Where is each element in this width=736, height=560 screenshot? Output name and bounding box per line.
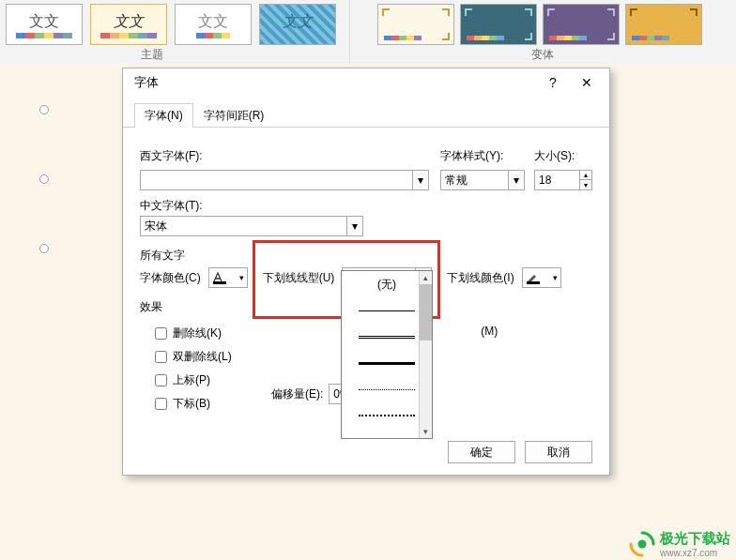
variant-thumb-1[interactable] xyxy=(377,4,454,45)
chevron-down-icon[interactable]: ▾ xyxy=(412,170,429,190)
underline-type-label: 下划线线型(U) xyxy=(263,270,335,286)
svg-point-0 xyxy=(638,540,647,549)
theme-thumbnails: 文文 文文 文文 文文 主题 xyxy=(0,0,349,64)
double-strikethrough-checkbox[interactable]: 双删除线(L) xyxy=(151,348,271,366)
dialog-body: 西文字体(F): 字体样式(Y): 大小(S): ▾ 常规 ▾ 18 ▴ xyxy=(123,128,609,475)
logo-icon xyxy=(628,530,656,558)
variant-thumb-4[interactable] xyxy=(625,4,702,45)
dialog-tabs: 字体(N) 字符间距(R) xyxy=(123,97,609,128)
scroll-down-icon[interactable]: ▾ xyxy=(420,425,432,438)
font-style-label: 字体样式(Y): xyxy=(440,148,525,164)
chevron-down-icon[interactable]: ▾ xyxy=(346,216,363,236)
scroll-thumb[interactable] xyxy=(420,284,432,341)
watermark: 极光下载站 www.xz7.com xyxy=(628,530,730,558)
font-style-value[interactable]: 常规 xyxy=(440,170,508,190)
underline-color-button[interactable]: ▾ xyxy=(522,267,561,288)
variant-thumb-3[interactable] xyxy=(543,4,620,45)
dropdown-scrollbar[interactable]: ▴ ▾ xyxy=(419,271,432,438)
variant-thumb-2[interactable] xyxy=(460,4,537,45)
tab-font[interactable]: 字体(N) xyxy=(134,103,193,128)
close-button[interactable]: ✕ xyxy=(570,71,604,94)
ribbon: 文文 文文 文文 文文 主题 xyxy=(0,0,736,64)
font-color-button[interactable]: ▾ xyxy=(208,267,248,288)
western-font-input[interactable] xyxy=(140,170,412,190)
spinner-up-icon[interactable]: ▴ xyxy=(579,170,592,180)
cancel-button[interactable]: 取消 xyxy=(525,441,592,463)
font-size-label: 大小(S): xyxy=(534,148,592,164)
font-style-combo[interactable]: 常规 ▾ xyxy=(440,170,525,190)
font-color-label: 字体颜色(C) xyxy=(140,270,201,286)
equalize-label: (M) xyxy=(481,325,498,338)
spinner-down-icon[interactable]: ▾ xyxy=(579,180,592,190)
scroll-up-icon[interactable]: ▴ xyxy=(420,271,432,284)
placeholder-handle[interactable] xyxy=(39,244,49,253)
font-size-value[interactable]: 18 xyxy=(534,170,579,190)
themes-group-label: 主题 xyxy=(141,47,163,63)
chinese-font-label: 中文字体(T): xyxy=(140,198,592,214)
theme-thumb-1[interactable]: 文文 xyxy=(6,4,83,45)
variant-thumbnails: 变体 xyxy=(372,0,713,64)
offset-label: 偏移量(E): xyxy=(271,386,323,402)
dialog-titlebar: 字体 ? ✕ xyxy=(123,68,609,97)
tab-spacing[interactable]: 字符间距(R) xyxy=(193,103,275,128)
dialog-footer: 确定 取消 xyxy=(448,441,592,463)
underline-dropdown-list[interactable]: (无) ▴ ▾ xyxy=(341,270,433,439)
western-font-label: 西文字体(F): xyxy=(140,148,429,164)
dialog-title: 字体 xyxy=(134,74,536,91)
subscript-checkbox[interactable]: 下标(B) xyxy=(151,395,271,413)
chinese-font-combo[interactable]: 宋体 ▾ xyxy=(140,216,363,236)
placeholder-handle[interactable] xyxy=(39,174,49,184)
western-font-combo[interactable]: ▾ xyxy=(140,170,429,190)
ok-button[interactable]: 确定 xyxy=(448,441,515,463)
chevron-down-icon[interactable]: ▾ xyxy=(508,170,525,190)
underline-color-label: 下划线颜色(I) xyxy=(447,270,514,286)
theme-thumb-4[interactable]: 文文 xyxy=(259,4,336,45)
theme-thumb-2[interactable]: 文文 xyxy=(90,4,167,45)
placeholder-handle[interactable] xyxy=(39,105,49,114)
theme-thumb-3[interactable]: 文文 xyxy=(175,4,252,45)
font-dialog: 字体 ? ✕ 字体(N) 字符间距(R) 西文字体(F): 字体样式(Y): 大… xyxy=(122,68,610,476)
all-text-label: 所有文字 xyxy=(140,248,592,264)
help-button[interactable]: ? xyxy=(536,71,570,94)
chinese-font-value[interactable]: 宋体 xyxy=(140,216,346,236)
font-size-spinner[interactable]: 18 ▴ ▾ xyxy=(534,170,592,190)
strikethrough-checkbox[interactable]: 删除线(K) xyxy=(151,325,271,342)
superscript-checkbox[interactable]: 上标(P) xyxy=(151,371,271,389)
variants-group-label: 变体 xyxy=(531,47,554,63)
